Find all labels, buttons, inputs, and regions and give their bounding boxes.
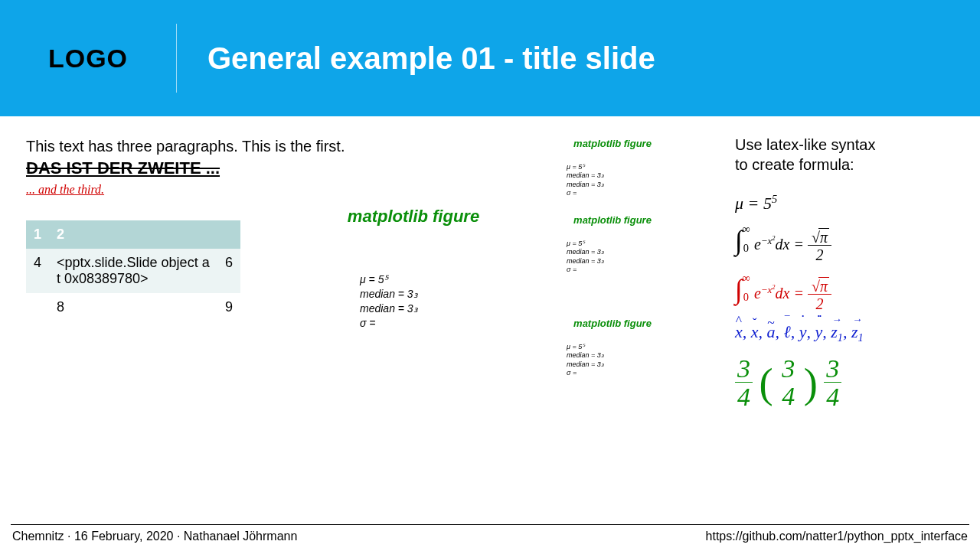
logo-container: LOGO — [0, 44, 176, 73]
integral-upper: ∞ — [743, 272, 750, 285]
integral-lower: 0 — [743, 242, 749, 255]
sqrt-icon: π — [810, 230, 829, 245]
mu-symbol: μ — [735, 194, 743, 213]
exp-base: e — [754, 285, 761, 302]
figure-line: median = 3₃ — [567, 181, 689, 189]
slide-title: General example 01 - title slide — [207, 41, 655, 76]
header-divider — [176, 24, 177, 93]
table-header-row: 1 2 — [26, 220, 240, 249]
x-hat: x — [735, 322, 743, 342]
fraction-denominator: 2 — [808, 246, 831, 262]
table-cell — [26, 293, 49, 321]
figure-line: μ = 5⁵ — [567, 240, 689, 248]
figure-line: median = 3₃ — [567, 257, 689, 266]
y-ddot: y — [815, 322, 822, 342]
figure-small-1: matplotlib figure μ = 5⁵ median = 3₃ med… — [536, 138, 689, 197]
table-header-cell: 1 — [26, 220, 49, 249]
exp-power: −x — [761, 235, 773, 246]
radicand: π — [818, 228, 829, 246]
z1-vec: z1 — [831, 322, 843, 344]
figure-line: σ = — [360, 316, 521, 331]
formula-accents-blue: x, x, a, ℓ, y, y, z1, z1 — [735, 322, 965, 344]
equals-five: = 5 — [748, 194, 772, 213]
table-cell: 4 — [26, 249, 49, 293]
table-header-cell: 2 — [49, 220, 217, 249]
formula-integral-black: ∫∞0 e−x2dx = π 2 — [735, 224, 965, 262]
dx-equals: dx = — [776, 285, 804, 302]
sqrt-icon: π — [810, 279, 829, 294]
formula-mu: μ = 55 — [735, 193, 965, 214]
data-table: 1 2 4 <pptx.slide.Slide object at 0x0838… — [26, 220, 240, 321]
figure-small-3: matplotlib figure μ = 5⁵ median = 3₃ med… — [536, 318, 689, 377]
integral-icon: ∫∞0 — [735, 224, 743, 256]
table-cell: 9 — [217, 293, 240, 321]
table-row: 4 <pptx.slide.Slide object at 0x08389780… — [26, 249, 240, 293]
paragraph-block: This text has three paragraphs. This is … — [26, 138, 455, 197]
footer-left: Chemnitz · 16 February, 2020 · Nathanael… — [12, 530, 297, 543]
l-bar: ℓ — [784, 322, 791, 342]
figure-body: μ = 5⁵ median = 3₃ median = 3₃ σ = — [567, 343, 689, 377]
latex-heading-line: Use latex-like syntax — [735, 136, 875, 153]
fraction-numerator: 3 — [824, 356, 841, 383]
figure-small-2: matplotlib figure μ = 5⁵ median = 3₃ med… — [536, 214, 689, 274]
figure-body: μ = 5⁵ median = 3₃ median = 3₃ σ = — [567, 163, 689, 197]
figure-large: matplotlib figure μ = 5⁵ median = 3₃ med… — [306, 207, 521, 331]
figure-title: matplotlib figure — [536, 214, 689, 226]
figure-line: median = 3₃ — [567, 248, 689, 256]
binom-bottom: 4 — [779, 382, 797, 409]
fraction-numerator: 3 — [735, 356, 753, 383]
binom-top: 3 — [779, 356, 797, 382]
figure-body: μ = 5⁵ median = 3₃ median = 3₃ σ = — [360, 272, 521, 331]
table-cell: 6 — [217, 249, 240, 293]
footer-right: https://github.com/natter1/python_pptx_i… — [706, 530, 968, 543]
fraction-denominator: 4 — [735, 383, 753, 410]
paragraph-1: This text has three paragraphs. This is … — [26, 138, 455, 155]
z1-vec-2: z1 — [851, 322, 864, 344]
y-dot: y — [799, 322, 807, 342]
footer: Chemnitz · 16 February, 2020 · Nathanael… — [0, 525, 980, 548]
latex-heading-line: to create formula: — [735, 156, 854, 173]
figure-line: μ = 5⁵ — [567, 343, 689, 351]
figure-line: σ = — [567, 189, 689, 197]
figure-body: μ = 5⁵ median = 3₃ median = 3₃ σ = — [567, 240, 689, 274]
formula-fractions-green: 3 4 ( 3 4 ) 3 4 — [735, 356, 965, 410]
paragraph-2: DAS IST DER ZWEITE ... — [26, 158, 455, 178]
fraction-denominator: 4 — [824, 383, 841, 410]
superscript-5: 5 — [772, 193, 777, 205]
fraction-numerator: π — [808, 279, 831, 295]
fraction: π 2 — [808, 279, 831, 311]
figure-title: matplotlib figure — [536, 138, 689, 149]
figure-line: μ = 5⁵ — [567, 163, 689, 171]
left-paren-icon: ( — [760, 360, 773, 406]
exp-power: −x — [761, 284, 773, 295]
a-tilde: a — [767, 322, 776, 342]
fraction-c: 3 4 — [824, 356, 841, 410]
figure-line: σ = — [567, 266, 689, 274]
fraction-numerator: π — [808, 230, 831, 246]
x-check: x — [751, 322, 759, 342]
right-paren-icon: ) — [804, 360, 818, 406]
paragraph-3: ... and the third. — [26, 183, 455, 197]
integral-upper: ∞ — [743, 223, 750, 236]
figure-line: median = 3₃ — [360, 302, 521, 316]
figure-line: μ = 5⁵ — [360, 272, 521, 287]
figure-title: matplotlib figure — [536, 318, 689, 329]
table-header-cell — [217, 220, 240, 249]
latex-heading: Use latex-like syntax to create formula: — [735, 135, 965, 174]
exp-base: e — [754, 236, 761, 253]
table-row: 8 9 — [26, 293, 240, 321]
dx-equals: dx = — [776, 236, 804, 253]
integral-lower: 0 — [743, 291, 749, 304]
fraction: π 2 — [808, 230, 831, 262]
figure-title: matplotlib figure — [306, 207, 521, 227]
figure-line: σ = — [567, 369, 689, 377]
logo: LOGO — [48, 44, 128, 73]
figure-line: median = 3₃ — [567, 171, 689, 180]
fraction-b: 3 4 — [779, 356, 797, 409]
table-cell: <pptx.slide.Slide object at 0x08389780> — [49, 249, 217, 293]
figure-line: median = 3₃ — [360, 287, 521, 302]
table-cell: 8 — [49, 293, 217, 321]
figure-line: median = 3₃ — [567, 360, 689, 369]
fraction-a: 3 4 — [735, 356, 753, 410]
integral-icon: ∫∞0 — [735, 273, 743, 305]
